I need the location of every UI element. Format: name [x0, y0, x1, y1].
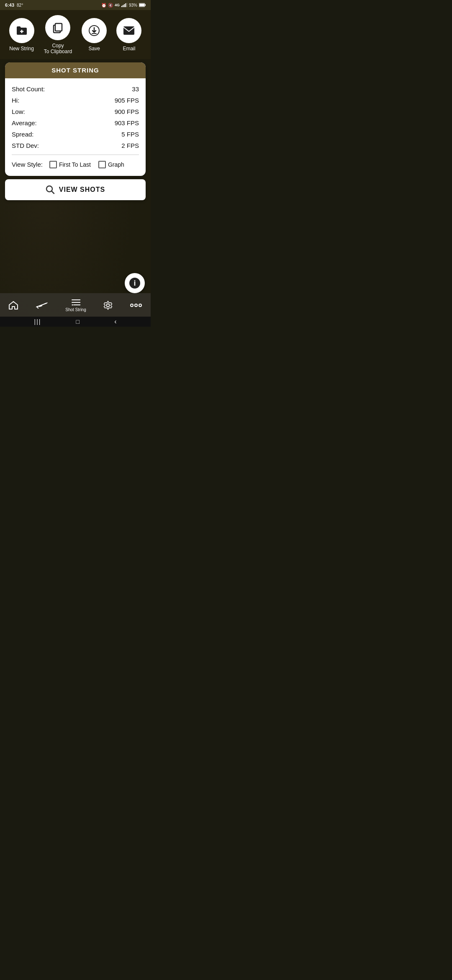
info-icon: i: [129, 277, 141, 289]
status-icons: ⏰ 🔇 4G 93%: [101, 3, 146, 8]
view-style-row: View Style: First To Last Graph: [12, 158, 139, 171]
svg-rect-1: [123, 5, 123, 7]
nav-settings[interactable]: [103, 301, 113, 310]
nav-rifle[interactable]: [36, 301, 48, 309]
low-value: 900 FPS: [115, 108, 139, 115]
nav-home[interactable]: [9, 301, 18, 309]
mail-icon: [123, 26, 135, 35]
nav-shot-string-label: Shot String: [65, 307, 86, 312]
action-bar: New String CopyTo Clipboard Save: [0, 10, 151, 59]
hi-label: Hi:: [12, 97, 19, 104]
copy-clipboard-button[interactable]: CopyTo Clipboard: [44, 15, 72, 55]
average-value: 903 FPS: [115, 119, 139, 126]
svg-point-26: [72, 304, 73, 306]
home-icon: [9, 301, 18, 309]
battery-label: 93%: [129, 3, 137, 8]
android-home-button[interactable]: □: [76, 318, 80, 325]
gear-icon: [103, 301, 113, 310]
view-style-label: View Style:: [12, 161, 43, 168]
shot-count-value: 33: [132, 85, 139, 93]
card-divider: [12, 155, 139, 155]
svg-rect-7: [139, 4, 144, 6]
status-temp: 82°: [17, 3, 23, 8]
alarm-icon: ⏰: [101, 3, 106, 8]
svg-point-28: [131, 304, 133, 307]
first-to-last-option[interactable]: First To Last: [49, 161, 91, 168]
std-dev-label: STD Dev:: [12, 142, 39, 149]
svg-rect-4: [126, 3, 127, 7]
android-recents-button[interactable]: |||: [34, 318, 41, 325]
android-nav-bar: ||| □ ‹: [0, 317, 151, 327]
save-icon-circle: [82, 18, 107, 43]
svg-rect-3: [125, 3, 126, 7]
graph-label: Graph: [108, 161, 124, 168]
mute-icon: 🔇: [108, 3, 113, 8]
svg-rect-14: [123, 26, 134, 35]
signal-icon: [121, 3, 127, 7]
save-button[interactable]: Save: [82, 18, 107, 52]
new-string-label: New String: [9, 46, 34, 52]
android-back-button[interactable]: ‹: [114, 318, 116, 325]
bottom-nav: Shot String: [0, 293, 151, 317]
card-body: Shot Count: 33 Hi: 905 FPS Low: 900 FPS …: [5, 78, 146, 176]
stat-row-spread: Spread: 5 FPS: [12, 129, 139, 140]
graph-option[interactable]: Graph: [98, 161, 124, 168]
more-icon: [130, 303, 142, 307]
status-time: 6:43: [5, 3, 14, 8]
first-to-last-checkbox[interactable]: [49, 161, 57, 168]
copy-icon: [52, 22, 64, 34]
nav-more[interactable]: [130, 303, 142, 307]
email-button[interactable]: Email: [116, 18, 141, 52]
list-icon: [71, 299, 80, 306]
hi-value: 905 FPS: [115, 97, 139, 104]
network-icon: 4G: [115, 3, 120, 7]
copy-icon-circle: [45, 15, 70, 40]
nav-shot-string[interactable]: Shot String: [65, 299, 86, 312]
svg-rect-6: [145, 4, 146, 6]
email-label: Email: [123, 46, 135, 52]
stat-row-std-dev: STD Dev: 2 FPS: [12, 140, 139, 151]
spread-value: 5 FPS: [121, 131, 139, 138]
email-icon-circle: [116, 18, 141, 43]
svg-line-20: [45, 303, 47, 304]
svg-point-30: [139, 304, 141, 307]
spread-label: Spread:: [12, 131, 34, 138]
folder-plus-icon: [16, 26, 28, 36]
svg-point-27: [107, 304, 110, 307]
view-shots-button[interactable]: VIEW SHOTS: [5, 179, 146, 200]
stat-row-shot-count: Shot Count: 33: [12, 83, 139, 95]
download-icon: [88, 25, 100, 36]
shot-count-label: Shot Count:: [12, 85, 45, 93]
low-label: Low:: [12, 108, 25, 115]
new-string-button[interactable]: New String: [9, 18, 34, 52]
svg-rect-2: [124, 4, 125, 7]
std-dev-value: 2 FPS: [121, 142, 139, 149]
svg-rect-11: [55, 23, 62, 31]
svg-point-29: [135, 304, 137, 307]
average-label: Average:: [12, 119, 37, 126]
search-icon: [46, 185, 55, 194]
view-shots-label: VIEW SHOTS: [59, 186, 105, 193]
svg-line-16: [51, 191, 54, 193]
status-bar: 6:43 82° ⏰ 🔇 4G 93%: [0, 0, 151, 10]
stat-row-low: Low: 900 FPS: [12, 106, 139, 117]
stat-row-hi: Hi: 905 FPS: [12, 95, 139, 106]
rifle-icon: [36, 301, 48, 309]
graph-checkbox[interactable]: [98, 161, 106, 168]
new-string-icon-circle: [9, 18, 34, 43]
shot-string-card: SHOT STRING Shot Count: 33 Hi: 905 FPS L…: [5, 62, 146, 176]
svg-rect-0: [121, 6, 122, 7]
copy-clipboard-label: CopyTo Clipboard: [44, 43, 72, 55]
stat-row-average: Average: 903 FPS: [12, 117, 139, 129]
card-header: SHOT STRING: [5, 62, 146, 78]
first-to-last-label: First To Last: [59, 161, 91, 168]
info-button[interactable]: i: [125, 273, 145, 293]
battery-icon: [139, 3, 146, 7]
save-label: Save: [89, 46, 100, 52]
card-header-text: SHOT STRING: [51, 67, 99, 74]
svg-text:i: i: [134, 279, 136, 287]
